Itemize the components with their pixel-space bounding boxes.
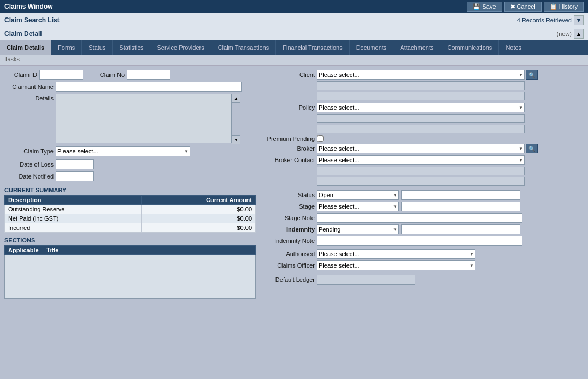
authorised-select-wrapper: Please select... bbox=[317, 249, 475, 259]
claim-type-select[interactable]: Please select... bbox=[56, 146, 190, 156]
date-of-loss-row: Date of Loss bbox=[4, 159, 256, 169]
claim-id-input[interactable] bbox=[39, 70, 83, 80]
claim-type-row: Claim Type Please select... bbox=[4, 146, 256, 156]
summary-amount: $0.00 bbox=[142, 223, 256, 233]
tab-status[interactable]: Status bbox=[82, 40, 113, 55]
sections-table: Applicable Title bbox=[4, 245, 256, 299]
status-label: Status bbox=[260, 192, 315, 198]
policy-label: Policy bbox=[260, 104, 315, 111]
policy-select-wrapper: Please select... bbox=[317, 103, 525, 112]
authorised-row: Authorised Please select... bbox=[260, 249, 584, 259]
indemnity-note-input[interactable] bbox=[401, 224, 520, 234]
claim-detail-bar: Claim Detail (new) ▲ bbox=[0, 27, 588, 40]
claims-officer-row: Claims Officer Please select... bbox=[260, 260, 584, 270]
broker-contact-select-wrapper: Please select... bbox=[317, 155, 525, 165]
tab-claim-details[interactable]: Claim Details bbox=[0, 40, 51, 55]
sections-col-title: Title bbox=[43, 246, 256, 255]
date-of-loss-input[interactable] bbox=[56, 159, 94, 169]
stage-select[interactable]: Please select... bbox=[317, 202, 399, 211]
claims-officer-select-wrapper: Please select... bbox=[317, 260, 475, 270]
tab-forms[interactable]: Forms bbox=[51, 40, 82, 55]
right-panel: Client Please select... 🔍 Policy Please … bbox=[260, 70, 584, 375]
cancel-icon: ✖ bbox=[510, 3, 515, 10]
client-select[interactable]: Please select... bbox=[317, 70, 525, 80]
title-bar-buttons: 💾 Save ✖ Cancel 📋 History bbox=[467, 2, 584, 12]
tab-claim-transactions[interactable]: Claim Transactions bbox=[211, 40, 277, 55]
title-bar: Claims Window 💾 Save ✖ Cancel 📋 History bbox=[0, 0, 588, 13]
tab-statistics[interactable]: Statistics bbox=[113, 40, 150, 55]
claimant-name-label: Claimant Name bbox=[4, 84, 54, 90]
stage-note-value-input[interactable] bbox=[317, 213, 522, 223]
claims-officer-label: Claims Officer bbox=[260, 262, 315, 269]
tab-communications[interactable]: Communications bbox=[440, 40, 499, 55]
premium-pending-row: Premium Pending bbox=[260, 135, 584, 142]
client-info-1 bbox=[317, 81, 525, 90]
policy-select[interactable]: Please select... bbox=[317, 103, 525, 112]
client-label: Client bbox=[260, 72, 315, 78]
history-button[interactable]: 📋 History bbox=[544, 2, 584, 12]
status-select[interactable]: Open bbox=[317, 190, 399, 200]
authorised-label: Authorised bbox=[260, 251, 315, 257]
sections-body bbox=[5, 255, 256, 299]
claim-type-label: Claim Type bbox=[4, 148, 54, 155]
indemnity-row: Indemnity Pending bbox=[260, 224, 584, 234]
indemnity-note-value-input[interactable] bbox=[317, 236, 522, 246]
summary-col-description: Description bbox=[5, 196, 142, 205]
indemnity-note-row: Indemnity Note bbox=[260, 236, 584, 246]
broker-contact-select[interactable]: Please select... bbox=[317, 155, 525, 165]
premium-pending-checkbox[interactable] bbox=[317, 135, 324, 142]
tasks-bar: Tasks bbox=[0, 55, 588, 66]
claim-no-label: Claim No bbox=[94, 72, 125, 78]
current-summary-title: CURRENT SUMMARY bbox=[4, 187, 256, 193]
claim-detail-label: Claim Detail bbox=[4, 30, 42, 38]
broker-search-button[interactable]: 🔍 bbox=[526, 144, 538, 153]
policy-info-2 bbox=[317, 125, 525, 133]
tab-service-providers[interactable]: Service Providers bbox=[150, 40, 211, 55]
tab-attachments[interactable]: Attachments bbox=[393, 40, 440, 55]
left-panel: Claim ID Claim No Claimant Name Details … bbox=[4, 70, 256, 375]
claim-detail-expand-button[interactable]: ▲ bbox=[574, 29, 584, 39]
tab-financial-transactions[interactable]: Financial Transactions bbox=[276, 40, 349, 55]
broker-label: Broker bbox=[260, 145, 315, 152]
date-notified-row: Date Notified bbox=[4, 171, 256, 181]
status-section: Status Open Stage Please select... bbox=[260, 190, 584, 285]
summary-description: Incurred bbox=[5, 223, 142, 233]
stage-select-wrapper: Please select... bbox=[317, 202, 399, 211]
details-textarea[interactable] bbox=[56, 94, 232, 143]
claimant-name-input[interactable] bbox=[56, 82, 242, 92]
table-row: Incurred$0.00 bbox=[5, 223, 256, 233]
status-note-input[interactable] bbox=[401, 190, 520, 200]
client-info-row2 bbox=[317, 92, 584, 100]
client-info-2 bbox=[317, 92, 525, 100]
stage-label: Stage bbox=[260, 203, 315, 210]
search-list-label: Claim Search List bbox=[4, 16, 60, 24]
claim-no-input[interactable] bbox=[127, 70, 170, 80]
scroll-down-button[interactable]: ▼ bbox=[232, 135, 240, 144]
authorised-select[interactable]: Please select... bbox=[317, 249, 475, 259]
client-select-wrapper: Please select... bbox=[317, 70, 525, 80]
indemnity-label: Indemnity bbox=[260, 226, 315, 233]
records-dropdown-button[interactable]: ▼ bbox=[574, 15, 584, 25]
tab-documents[interactable]: Documents bbox=[350, 40, 394, 55]
tab-notes[interactable]: Notes bbox=[499, 40, 528, 55]
scroll-up-button[interactable]: ▲ bbox=[232, 94, 240, 103]
stage-note-input[interactable] bbox=[401, 202, 520, 211]
date-notified-input[interactable] bbox=[56, 171, 94, 181]
indemnity-select[interactable]: Pending bbox=[317, 224, 399, 234]
claims-officer-select[interactable]: Please select... bbox=[317, 260, 475, 270]
claim-id-label: Claim ID bbox=[4, 72, 37, 78]
save-icon: 💾 bbox=[473, 3, 480, 10]
client-search-button[interactable]: 🔍 bbox=[526, 70, 538, 80]
cancel-button[interactable]: ✖ Cancel bbox=[504, 2, 542, 12]
status-row: Status Open bbox=[260, 190, 584, 200]
tabs-bar: Claim Details Forms Status Statistics Se… bbox=[0, 40, 588, 55]
broker-select[interactable]: Please select... bbox=[317, 144, 525, 153]
sections-col-applicable: Applicable bbox=[5, 246, 43, 255]
history-icon: 📋 bbox=[550, 3, 557, 10]
date-of-loss-label: Date of Loss bbox=[4, 161, 54, 168]
save-button[interactable]: 💾 Save bbox=[467, 2, 502, 12]
default-ledger-input bbox=[317, 275, 415, 285]
summary-description: Outstanding Reserve bbox=[5, 205, 142, 214]
claim-id-row: Claim ID Claim No bbox=[4, 70, 256, 80]
broker-row: Broker Please select... 🔍 bbox=[260, 144, 584, 153]
